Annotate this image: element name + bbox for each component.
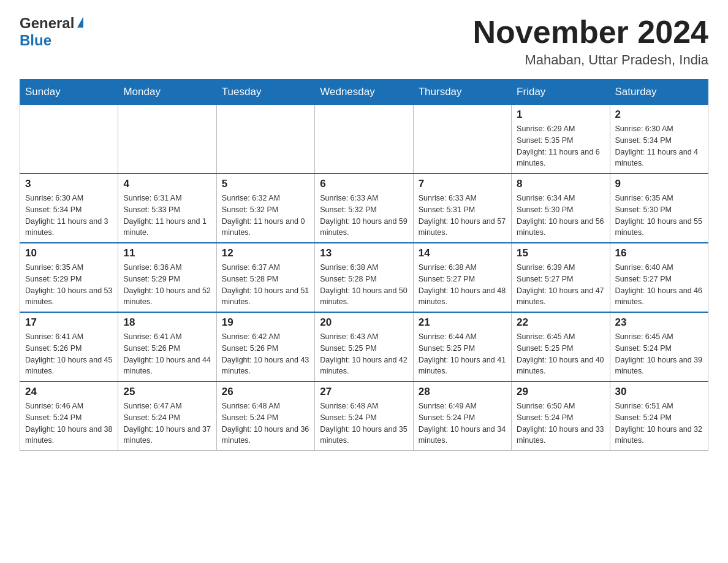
calendar-row-5: 24Sunrise: 6:46 AMSunset: 5:24 PMDayligh…	[20, 381, 708, 451]
day-number: 26	[222, 386, 309, 398]
calendar-cell	[20, 105, 118, 174]
day-number: 6	[320, 178, 408, 190]
calendar-cell: 17Sunrise: 6:41 AMSunset: 5:26 PMDayligh…	[20, 312, 118, 381]
calendar-row-3: 10Sunrise: 6:35 AMSunset: 5:29 PMDayligh…	[20, 243, 708, 312]
calendar-table: SundayMondayTuesdayWednesdayThursdayFrid…	[20, 79, 708, 451]
calendar-cell: 6Sunrise: 6:33 AMSunset: 5:32 PMDaylight…	[315, 174, 413, 243]
calendar-cell: 13Sunrise: 6:38 AMSunset: 5:28 PMDayligh…	[315, 243, 413, 312]
day-info: Sunrise: 6:43 AMSunset: 5:25 PMDaylight:…	[320, 331, 408, 377]
calendar-cell: 25Sunrise: 6:47 AMSunset: 5:24 PMDayligh…	[118, 381, 216, 451]
calendar-cell: 3Sunrise: 6:30 AMSunset: 5:34 PMDaylight…	[20, 174, 118, 243]
day-number: 5	[222, 178, 309, 190]
day-number: 14	[419, 247, 506, 259]
day-info: Sunrise: 6:29 AMSunset: 5:35 PMDaylight:…	[517, 123, 604, 169]
weekday-header-sunday: Sunday	[20, 80, 118, 105]
day-number: 29	[517, 386, 604, 398]
day-number: 30	[615, 386, 703, 398]
calendar-cell: 23Sunrise: 6:45 AMSunset: 5:24 PMDayligh…	[610, 312, 708, 381]
day-info: Sunrise: 6:36 AMSunset: 5:29 PMDaylight:…	[123, 262, 211, 308]
day-info: Sunrise: 6:41 AMSunset: 5:26 PMDaylight:…	[123, 331, 211, 377]
calendar-cell: 15Sunrise: 6:39 AMSunset: 5:27 PMDayligh…	[512, 243, 610, 312]
day-number: 21	[419, 316, 506, 329]
calendar-cell: 22Sunrise: 6:45 AMSunset: 5:25 PMDayligh…	[512, 312, 610, 381]
day-info: Sunrise: 6:48 AMSunset: 5:24 PMDaylight:…	[320, 400, 408, 446]
day-number: 9	[615, 178, 703, 190]
day-info: Sunrise: 6:38 AMSunset: 5:27 PMDaylight:…	[419, 262, 506, 308]
day-number: 4	[123, 178, 211, 190]
day-info: Sunrise: 6:38 AMSunset: 5:28 PMDaylight:…	[320, 262, 408, 308]
day-number: 24	[25, 386, 113, 398]
calendar-cell: 16Sunrise: 6:40 AMSunset: 5:27 PMDayligh…	[610, 243, 708, 312]
calendar-cell: 21Sunrise: 6:44 AMSunset: 5:25 PMDayligh…	[413, 312, 511, 381]
weekday-header-monday: Monday	[118, 80, 216, 105]
calendar-cell: 19Sunrise: 6:42 AMSunset: 5:26 PMDayligh…	[216, 312, 314, 381]
day-number: 23	[615, 316, 703, 329]
calendar-cell: 29Sunrise: 6:50 AMSunset: 5:24 PMDayligh…	[512, 381, 610, 451]
calendar-cell: 10Sunrise: 6:35 AMSunset: 5:29 PMDayligh…	[20, 243, 118, 312]
logo-triangle-icon	[77, 17, 83, 28]
day-number: 15	[517, 247, 604, 259]
day-info: Sunrise: 6:32 AMSunset: 5:32 PMDaylight:…	[222, 193, 309, 239]
day-number: 13	[320, 247, 408, 259]
logo-blue: Blue	[20, 32, 51, 48]
calendar-row-1: 1Sunrise: 6:29 AMSunset: 5:35 PMDaylight…	[20, 105, 708, 174]
calendar-cell: 28Sunrise: 6:49 AMSunset: 5:24 PMDayligh…	[413, 381, 511, 451]
weekday-header-tuesday: Tuesday	[216, 80, 314, 105]
calendar-cell: 14Sunrise: 6:38 AMSunset: 5:27 PMDayligh…	[413, 243, 511, 312]
month-title: November 2024	[473, 15, 708, 50]
day-number: 11	[123, 247, 211, 259]
day-info: Sunrise: 6:33 AMSunset: 5:31 PMDaylight:…	[419, 193, 506, 239]
calendar-cell	[413, 105, 511, 174]
day-info: Sunrise: 6:37 AMSunset: 5:28 PMDaylight:…	[222, 262, 309, 308]
day-number: 16	[615, 247, 703, 259]
calendar-cell: 8Sunrise: 6:34 AMSunset: 5:30 PMDaylight…	[512, 174, 610, 243]
day-info: Sunrise: 6:49 AMSunset: 5:24 PMDaylight:…	[419, 400, 506, 446]
day-info: Sunrise: 6:31 AMSunset: 5:33 PMDaylight:…	[123, 193, 211, 239]
day-number: 18	[123, 316, 211, 329]
day-info: Sunrise: 6:40 AMSunset: 5:27 PMDaylight:…	[615, 262, 703, 308]
day-info: Sunrise: 6:46 AMSunset: 5:24 PMDaylight:…	[25, 400, 113, 446]
calendar-cell: 4Sunrise: 6:31 AMSunset: 5:33 PMDaylight…	[118, 174, 216, 243]
day-number: 20	[320, 316, 408, 329]
day-number: 28	[419, 386, 506, 398]
day-number: 7	[419, 178, 506, 190]
day-number: 10	[25, 247, 113, 259]
location-title: Mahaban, Uttar Pradesh, India	[473, 52, 708, 68]
calendar-cell	[315, 105, 413, 174]
calendar-cell: 26Sunrise: 6:48 AMSunset: 5:24 PMDayligh…	[216, 381, 314, 451]
day-info: Sunrise: 6:41 AMSunset: 5:26 PMDaylight:…	[25, 331, 113, 377]
day-number: 2	[615, 109, 703, 121]
day-info: Sunrise: 6:34 AMSunset: 5:30 PMDaylight:…	[517, 193, 604, 239]
day-number: 19	[222, 316, 309, 329]
day-info: Sunrise: 6:33 AMSunset: 5:32 PMDaylight:…	[320, 193, 408, 239]
calendar-row-4: 17Sunrise: 6:41 AMSunset: 5:26 PMDayligh…	[20, 312, 708, 381]
logo-general: General	[20, 15, 74, 32]
day-number: 1	[517, 109, 604, 121]
day-number: 22	[517, 316, 604, 329]
calendar-cell: 27Sunrise: 6:48 AMSunset: 5:24 PMDayligh…	[315, 381, 413, 451]
logo: General Blue	[20, 15, 83, 49]
calendar-cell: 7Sunrise: 6:33 AMSunset: 5:31 PMDaylight…	[413, 174, 511, 243]
day-number: 27	[320, 386, 408, 398]
weekday-header-saturday: Saturday	[610, 80, 708, 105]
day-info: Sunrise: 6:45 AMSunset: 5:25 PMDaylight:…	[517, 331, 604, 377]
calendar-cell: 2Sunrise: 6:30 AMSunset: 5:34 PMDaylight…	[610, 105, 708, 174]
day-number: 17	[25, 316, 113, 329]
calendar-cell: 20Sunrise: 6:43 AMSunset: 5:25 PMDayligh…	[315, 312, 413, 381]
calendar-row-2: 3Sunrise: 6:30 AMSunset: 5:34 PMDaylight…	[20, 174, 708, 243]
day-info: Sunrise: 6:51 AMSunset: 5:24 PMDaylight:…	[615, 400, 703, 446]
day-info: Sunrise: 6:48 AMSunset: 5:24 PMDaylight:…	[222, 400, 309, 446]
day-number: 8	[517, 178, 604, 190]
calendar-cell: 5Sunrise: 6:32 AMSunset: 5:32 PMDaylight…	[216, 174, 314, 243]
calendar-cell: 11Sunrise: 6:36 AMSunset: 5:29 PMDayligh…	[118, 243, 216, 312]
calendar-cell: 1Sunrise: 6:29 AMSunset: 5:35 PMDaylight…	[512, 105, 610, 174]
day-info: Sunrise: 6:30 AMSunset: 5:34 PMDaylight:…	[25, 193, 113, 239]
day-info: Sunrise: 6:30 AMSunset: 5:34 PMDaylight:…	[615, 123, 703, 169]
day-info: Sunrise: 6:44 AMSunset: 5:25 PMDaylight:…	[419, 331, 506, 377]
calendar-cell	[118, 105, 216, 174]
day-number: 12	[222, 247, 309, 259]
calendar-cell: 18Sunrise: 6:41 AMSunset: 5:26 PMDayligh…	[118, 312, 216, 381]
day-info: Sunrise: 6:35 AMSunset: 5:29 PMDaylight:…	[25, 262, 113, 308]
day-number: 3	[25, 178, 113, 190]
weekday-header-row: SundayMondayTuesdayWednesdayThursdayFrid…	[20, 80, 708, 105]
